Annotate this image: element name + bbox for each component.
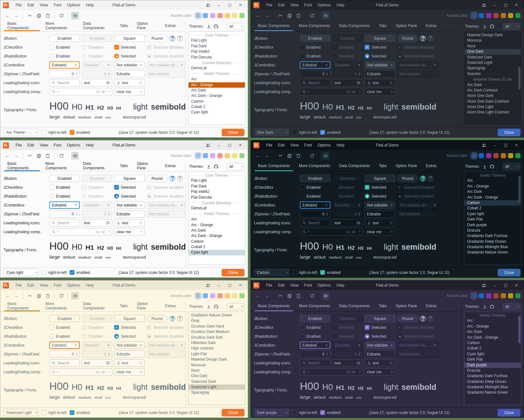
tab-extras[interactable]: Extras [423, 21, 440, 31]
accent-swatch[interactable] [515, 153, 521, 158]
users-icon[interactable] [479, 141, 489, 149]
github-icon[interactable] [214, 164, 218, 169]
menu-view[interactable]: View [37, 0, 51, 10]
text-field-user-list[interactable] [365, 79, 395, 86]
radio-selected[interactable]: Selected [114, 54, 145, 58]
chevron-down-icon[interactable]: ▼ [389, 344, 394, 347]
search-input[interactable] [300, 219, 330, 227]
tab-extras[interactable]: Extras [162, 21, 179, 31]
theme-list-item[interactable]: Gray [189, 318, 245, 323]
tab-option-pane[interactable]: Option Pane [134, 161, 159, 171]
forward-button[interactable]: → [12, 12, 20, 19]
menu-options[interactable]: Options [64, 281, 83, 290]
round-button[interactable]: Round [397, 35, 418, 42]
theme-list-item[interactable]: Dark purple [465, 362, 521, 368]
inspect-eye-toggle[interactable] [322, 12, 329, 19]
forward-button[interactable]: → [263, 292, 271, 300]
theme-list-item[interactable]: Flat Light [189, 38, 245, 43]
tab-basic-components[interactable]: Basic Components [4, 161, 40, 171]
theme-list-item[interactable]: Flat IntelliJ [189, 49, 245, 54]
enabled-checkbox[interactable]: ✓enabled [70, 270, 90, 275]
menu-file[interactable]: File [263, 140, 275, 150]
clear-icon[interactable]: × [390, 229, 393, 234]
search-input[interactable] [300, 79, 330, 86]
theme-list-item[interactable]: Arc [465, 318, 521, 323]
github-icon[interactable] [490, 304, 494, 309]
checkbox-enabled[interactable]: Enabled [49, 325, 80, 330]
accent-swatch[interactable] [472, 153, 477, 158]
close-button[interactable]: Close [498, 409, 521, 417]
clearable-field[interactable]: × [365, 368, 395, 376]
themes-filter-combobox[interactable]: all ▾ [503, 163, 521, 170]
refresh-icon[interactable] [58, 292, 65, 300]
tab-extras[interactable]: Extras [423, 161, 440, 171]
list-scrollbar-thumb[interactable] [518, 67, 521, 89]
help-button-secondary[interactable]: ? [428, 36, 433, 41]
checkbox-enabled[interactable]: Enabled [300, 45, 330, 50]
clear-icon[interactable]: × [390, 89, 393, 94]
close-window-button[interactable]: × [236, 141, 245, 149]
theme-list-item[interactable]: Dracula [465, 368, 521, 373]
maximize-button[interactable] [225, 281, 234, 289]
theme-list-item[interactable]: Gradianto Nature Green [465, 390, 521, 395]
minimize-button[interactable]: – [214, 1, 224, 9]
menu-file[interactable]: File [13, 281, 24, 290]
textfield-editable[interactable] [365, 350, 395, 358]
chevron-down-icon[interactable]: ▼ [73, 344, 79, 347]
theme-list-item[interactable]: Material Design Dark [189, 357, 245, 362]
theme-list-item[interactable]: Cyan light [189, 110, 245, 115]
maximize-button[interactable] [501, 281, 510, 289]
accent-swatch[interactable] [225, 153, 230, 158]
themes-filter-combobox[interactable]: all ▾ [227, 303, 245, 310]
download-icon[interactable] [482, 164, 487, 169]
paste-icon[interactable] [294, 12, 302, 19]
help-button[interactable]: ? [169, 36, 175, 41]
spinner-arrows-icon[interactable]: ▲▼ [75, 352, 78, 356]
help-button-secondary[interactable]: ? [428, 316, 433, 322]
checkbox-enabled[interactable]: Enabled [49, 185, 80, 190]
radio-enabled[interactable]: Enabled [300, 334, 330, 339]
maximize-button[interactable] [225, 141, 234, 149]
spinner-arrows-icon[interactable]: ▲▼ [326, 212, 328, 216]
checkbox-selected[interactable]: ✓Selected [114, 45, 145, 50]
accent-swatch[interactable] [515, 13, 521, 18]
theme-list-item[interactable]: Carbon [465, 340, 521, 346]
tab-more-components[interactable]: More Components [296, 161, 334, 171]
menu-options[interactable]: Options [315, 140, 334, 150]
github-icon[interactable] [214, 24, 218, 29]
menu-options[interactable]: Options [315, 0, 334, 10]
tab-extras[interactable]: Extras [162, 161, 179, 171]
inspect-eye-toggle[interactable] [71, 292, 79, 300]
text-field-table[interactable] [82, 219, 112, 227]
theme-list-item[interactable]: Cyan light [465, 211, 521, 217]
regex-toggle[interactable]: .* [108, 370, 110, 374]
theme-list-item[interactable]: Gradianto Midnight Blue [465, 244, 521, 250]
checkbox-enabled[interactable]: Enabled [49, 45, 80, 50]
tab-basic-components[interactable]: Basic Components [255, 21, 293, 31]
menu-font[interactable]: Font [301, 140, 315, 150]
refresh-icon[interactable] [308, 152, 316, 159]
close-window-button[interactable]: × [236, 1, 245, 9]
match-case-toggle[interactable]: Cc [347, 90, 351, 94]
chevron-down-icon[interactable]: ▼ [73, 204, 79, 207]
theme-list-item[interactable]: Monocai [189, 362, 245, 368]
accent-swatch[interactable] [203, 13, 208, 18]
chevron-down-icon[interactable]: ▼ [73, 64, 79, 67]
square-button[interactable]: Square [114, 175, 145, 182]
radio-enabled[interactable]: Enabled [49, 194, 80, 199]
accent-swatch[interactable] [486, 13, 491, 18]
tab-tabs[interactable]: Tabs [117, 21, 131, 31]
close-button[interactable]: Close [222, 409, 245, 417]
menu-font[interactable]: Font [301, 281, 315, 290]
checkbox-selected[interactable]: ✓Selected [365, 45, 395, 50]
theme-list-item[interactable]: Cobalt 2 [189, 104, 245, 110]
close-button[interactable]: Close [222, 129, 245, 136]
menu-view[interactable]: View [37, 281, 51, 290]
combobox-not-editable[interactable]: Not editable▼ [365, 342, 395, 349]
help-button[interactable]: ? [169, 316, 175, 322]
whole-words-toggle[interactable]: W [352, 230, 355, 234]
copy-icon[interactable] [286, 152, 293, 159]
theme-list-item[interactable]: Flat Darcula [189, 55, 245, 60]
chevron-down-icon[interactable]: ▾ [57, 230, 59, 233]
combobox-editable[interactable]: Editable▼ [300, 201, 330, 209]
